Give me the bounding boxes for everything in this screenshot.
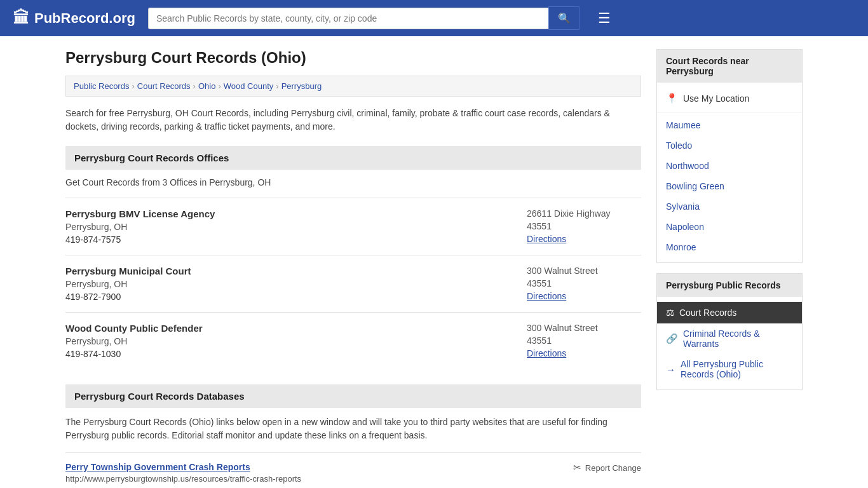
databases-description: The Perrysburg Court Records (Ohio) link… (65, 408, 641, 452)
directions-link-defender[interactable]: Directions (527, 348, 566, 358)
menu-button[interactable]: ☰ (593, 8, 616, 29)
office-address-defender: 300 Walnut Street (527, 323, 641, 333)
office-name-bmv: Perrysburg BMV License Agency (65, 208, 215, 219)
office-city-defender: Perrysburg, OH (65, 336, 203, 346)
sidebar-city-maumee[interactable]: Maumee (657, 115, 802, 135)
office-left-defender: Wood County Public Defender Perrysburg, … (65, 323, 203, 359)
breadcrumb-sep-2: › (193, 81, 196, 91)
main-container: Perrysburg Court Records (Ohio) Public R… (53, 36, 815, 488)
public-records-box-content: ⚖ Court Records 🔗 Criminal Records & War… (657, 297, 802, 390)
breadcrumb-sep-1: › (132, 81, 134, 91)
nearby-box: Court Records near Perrysburg 📍 Use My L… (656, 49, 803, 263)
use-location-label: Use My Location (683, 93, 749, 104)
location-pin-icon: 📍 (666, 93, 678, 104)
sidebar-city-northwood-label: Northwood (666, 161, 709, 171)
sidebar-pr-all-records-label: All Perrysburg Public Records (Ohio) (681, 359, 793, 379)
sidebar-city-toledo-label: Toledo (666, 140, 692, 151)
breadcrumb-court-records[interactable]: Court Records (137, 81, 191, 91)
use-location-item[interactable]: 📍 Use My Location (657, 88, 802, 109)
office-card-municipal: Perrysburg Municipal Court Perrysburg, O… (65, 255, 641, 312)
office-address-bmv: 26611 Dixie Highway (527, 208, 641, 219)
office-name-municipal: Perrysburg Municipal Court (65, 266, 191, 276)
office-address-municipal: 300 Walnut Street (527, 266, 641, 276)
site-header: 🏛 PubRecord.org 🔍 ☰ (0, 0, 868, 36)
content-area: Perrysburg Court Records (Ohio) Public R… (65, 49, 641, 488)
logo-text: PubRecord.org (34, 10, 135, 27)
office-right-defender: 300 Walnut Street 43551 Directions (527, 323, 641, 358)
breadcrumb-sep-4: › (276, 81, 278, 91)
nearby-box-content: 📍 Use My Location Maumee Toledo Northwoo… (657, 83, 802, 262)
breadcrumb-sep-3: › (218, 81, 220, 91)
scales-icon: ⚖ (666, 307, 674, 318)
site-logo[interactable]: 🏛 PubRecord.org (13, 8, 135, 28)
search-button[interactable]: 🔍 (548, 6, 580, 30)
directions-link-municipal[interactable]: Directions (527, 291, 566, 301)
breadcrumb: Public Records › Court Records › Ohio › … (65, 76, 641, 97)
office-right-bmv: 26611 Dixie Highway 43551 Directions (527, 208, 641, 244)
sidebar-pr-criminal-records[interactable]: 🔗 Criminal Records & Warrants (657, 323, 802, 354)
sidebar-pr-all-records[interactable]: → All Perrysburg Public Records (Ohio) (657, 354, 802, 384)
office-card-bmv: Perrysburg BMV License Agency Perrysburg… (65, 198, 641, 255)
public-records-box: Perrysburg Public Records ⚖ Court Record… (656, 273, 803, 390)
office-card-defender: Wood County Public Defender Perrysburg, … (65, 312, 641, 369)
sidebar-city-sylvania-label: Sylvania (666, 201, 700, 212)
search-input[interactable] (148, 8, 548, 29)
office-zip-municipal: 43551 (527, 278, 641, 288)
link-icon: 🔗 (666, 333, 678, 344)
sidebar: Court Records near Perrysburg 📍 Use My L… (656, 49, 803, 488)
office-phone-municipal: 419-872-7900 (65, 292, 191, 302)
directions-link-bmv[interactable]: Directions (527, 234, 566, 244)
arrow-icon: → (666, 364, 675, 375)
sidebar-city-toledo[interactable]: Toledo (657, 135, 802, 156)
office-left-municipal: Perrysburg Municipal Court Perrysburg, O… (65, 266, 191, 302)
report-change-label: Report Change (585, 463, 641, 473)
sidebar-pr-court-records-label: Court Records (679, 308, 736, 318)
nearby-box-title: Court Records near Perrysburg (657, 50, 802, 83)
sidebar-city-napoleon-label: Napoleon (666, 222, 704, 232)
office-name-defender: Wood County Public Defender (65, 323, 203, 334)
sidebar-pr-criminal-records-label: Criminal Records & Warrants (683, 329, 793, 349)
search-form: 🔍 (148, 6, 580, 30)
sidebar-city-northwood[interactable]: Northwood (657, 156, 802, 176)
db-item-left-crash: Perry Township Government Crash Reports … (65, 462, 301, 484)
breadcrumb-perrysburg[interactable]: Perrysburg (281, 81, 322, 91)
office-zip-bmv: 43551 (527, 221, 641, 231)
office-city-bmv: Perrysburg, OH (65, 222, 215, 232)
breadcrumb-public-records[interactable]: Public Records (74, 81, 129, 91)
sidebar-divider-1 (657, 112, 802, 112)
sidebar-pr-court-records[interactable]: ⚖ Court Records (657, 302, 802, 323)
page-description: Search for free Perrysburg, OH Court Rec… (65, 107, 641, 133)
sidebar-city-bowling-green-label: Bowling Green (666, 181, 724, 191)
report-change-icon: ✂ (573, 462, 581, 473)
sidebar-city-napoleon[interactable]: Napoleon (657, 217, 802, 237)
office-zip-defender: 43551 (527, 336, 641, 346)
breadcrumb-ohio[interactable]: Ohio (198, 81, 215, 91)
offices-section-header: Perrysburg Court Records Offices (65, 146, 641, 170)
db-link-crash-reports[interactable]: Perry Township Government Crash Reports (65, 462, 250, 472)
databases-section: Perrysburg Court Records Databases The P… (65, 384, 641, 488)
office-right-municipal: 300 Walnut Street 43551 Directions (527, 266, 641, 301)
db-url-crash-reports: http://www.perrysburgtownship.us/resourc… (65, 474, 301, 484)
sidebar-city-monroe-label: Monroe (666, 242, 696, 252)
offices-intro: Get Court Records from 3 Offices in Perr… (65, 170, 641, 198)
page-title: Perrysburg Court Records (Ohio) (65, 49, 641, 67)
office-left-bmv: Perrysburg BMV License Agency Perrysburg… (65, 208, 215, 245)
report-change-button[interactable]: ✂ Report Change (573, 462, 641, 473)
breadcrumb-wood-county[interactable]: Wood County (224, 81, 274, 91)
public-records-box-title: Perrysburg Public Records (657, 274, 802, 297)
logo-icon: 🏛 (13, 8, 29, 28)
sidebar-city-monroe[interactable]: Monroe (657, 237, 802, 257)
databases-section-header: Perrysburg Court Records Databases (65, 384, 641, 408)
sidebar-city-bowling-green[interactable]: Bowling Green (657, 176, 802, 196)
sidebar-city-sylvania[interactable]: Sylvania (657, 196, 802, 217)
db-item-crash-reports: Perry Township Government Crash Reports … (65, 452, 641, 488)
sidebar-city-maumee-label: Maumee (666, 120, 700, 130)
office-phone-defender: 419-874-1030 (65, 349, 203, 359)
office-city-municipal: Perrysburg, OH (65, 279, 191, 289)
office-phone-bmv: 419-874-7575 (65, 234, 215, 245)
